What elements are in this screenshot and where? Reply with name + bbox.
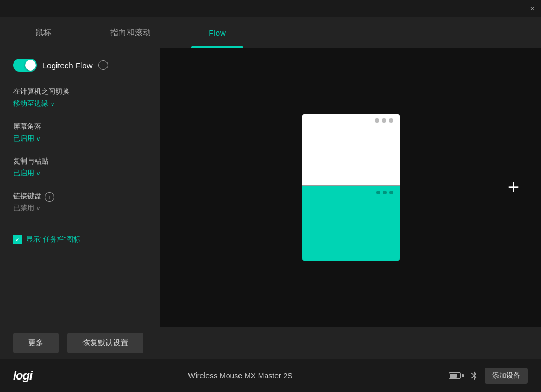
battery-tip: [462, 374, 464, 377]
copy-paste-value[interactable]: 已启用 ∨: [13, 168, 147, 178]
minimize-button[interactable]: －: [515, 4, 524, 13]
keyboard-value[interactable]: 已禁用 ∨: [13, 203, 147, 213]
reset-button[interactable]: 恢复默认设置: [67, 333, 143, 353]
corner-section: 屏幕角落 已启用 ∨: [13, 122, 147, 143]
dot-3: [389, 118, 393, 123]
keyboard-title-row: 链接键盘 i: [13, 191, 147, 203]
footer: logi Wireless Mouse MX Master 2S 添加设备: [0, 359, 541, 392]
switch-chevron-icon: ∨: [51, 101, 54, 107]
battery-icon: [449, 372, 464, 379]
dot-lower-1: [376, 191, 380, 194]
keyboard-title: 链接键盘: [13, 191, 41, 201]
logi-logo: logi: [13, 369, 32, 383]
switch-section: 在计算机之间切换 移动至边缘 ∨: [13, 87, 147, 109]
keyboard-section: 链接键盘 i 已禁用 ∨: [13, 191, 147, 213]
tab-mouse[interactable]: 鼠标: [0, 17, 87, 48]
corner-chevron-icon: ∨: [36, 136, 40, 142]
corner-value-text: 已启用: [13, 134, 34, 143]
more-button[interactable]: 更多: [13, 333, 59, 353]
add-device-button[interactable]: 添加设备: [485, 368, 528, 384]
footer-right: 添加设备: [449, 368, 528, 384]
taskbar-checkbox-row[interactable]: 显示"任务栏"图标: [13, 235, 147, 244]
switch-value-text: 移动至边缘: [13, 99, 48, 109]
keyboard-chevron-icon: ∨: [36, 205, 40, 211]
flow-info-icon[interactable]: i: [98, 60, 108, 70]
monitor-illustration: [302, 114, 400, 261]
taskbar-checkbox[interactable]: [13, 235, 22, 244]
taskbar-checkbox-label: 显示"任务栏"图标: [26, 235, 80, 244]
dot-1: [375, 118, 379, 123]
battery-fill: [450, 374, 457, 378]
copy-paste-value-text: 已启用: [13, 168, 34, 178]
title-bar: － ✕: [0, 0, 541, 17]
close-button[interactable]: ✕: [528, 4, 537, 13]
device-name: Wireless Mouse MX Master 2S: [188, 371, 292, 380]
screen-upper: [302, 114, 400, 187]
keyboard-value-text: 已禁用: [13, 203, 34, 213]
main-layout: Logitech Flow i 在计算机之间切换 移动至边缘 ∨ 屏幕角落 已启…: [0, 48, 541, 327]
tab-flow[interactable]: Flow: [174, 17, 261, 48]
screen-upper-dots: [302, 114, 400, 127]
switch-title: 在计算机之间切换: [13, 87, 147, 97]
switch-value[interactable]: 移动至边缘 ∨: [13, 99, 147, 109]
bluetooth-icon: [469, 371, 479, 381]
flow-toggle-row: Logitech Flow i: [13, 59, 147, 72]
tab-pointer[interactable]: 指向和滚动: [87, 17, 174, 48]
corner-value[interactable]: 已启用 ∨: [13, 134, 147, 143]
dot-2: [382, 118, 386, 123]
sidebar: Logitech Flow i 在计算机之间切换 移动至边缘 ∨ 屏幕角落 已启…: [0, 48, 160, 327]
screen-lower: [302, 186, 400, 261]
copy-paste-section: 复制与粘贴 已启用 ∨: [13, 156, 147, 178]
screen-lower-dots: [302, 186, 400, 199]
flow-toggle[interactable]: [13, 59, 37, 72]
corner-title: 屏幕角落: [13, 122, 147, 131]
copy-paste-chevron-icon: ∨: [36, 170, 40, 176]
flow-toggle-label: Logitech Flow: [42, 61, 93, 70]
content-area: +: [160, 48, 541, 327]
add-computer-button[interactable]: +: [508, 176, 519, 199]
dot-lower-2: [383, 191, 387, 194]
keyboard-info-icon[interactable]: i: [45, 192, 54, 202]
bottom-toolbar: 更多 恢复默认设置: [0, 327, 541, 359]
copy-paste-title: 复制与粘贴: [13, 156, 147, 166]
tab-bar: 鼠标 指向和滚动 Flow: [0, 17, 541, 48]
dot-lower-3: [389, 191, 393, 194]
battery-body: [449, 372, 461, 379]
